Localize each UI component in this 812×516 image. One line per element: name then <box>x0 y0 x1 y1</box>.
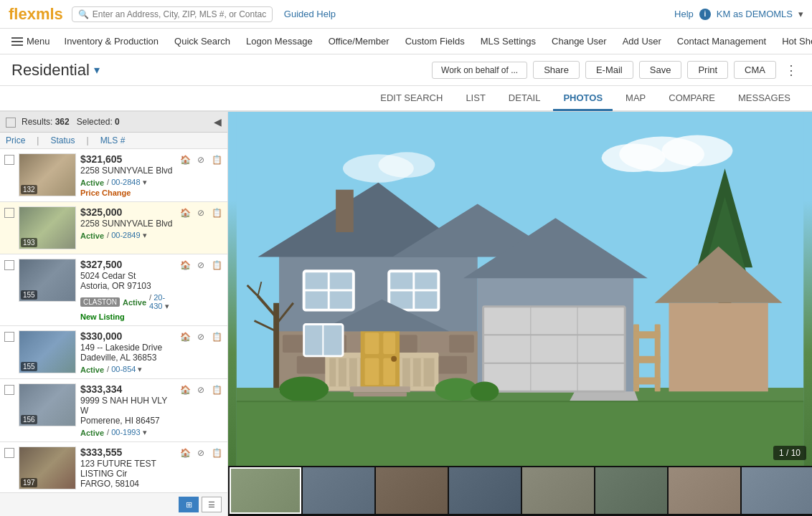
mls-link[interactable]: 20-430 <box>149 293 165 310</box>
listing-thumbnail: 156 <box>19 383 76 426</box>
save-button[interactable]: Save <box>639 61 682 79</box>
edit-icon[interactable]: 📋 <box>210 259 223 272</box>
thumbnail-1[interactable] <box>230 467 301 514</box>
thumbnail-6[interactable] <box>595 467 667 514</box>
nav-mls-settings[interactable]: MLS Settings <box>473 33 543 49</box>
tab-map[interactable]: MAP <box>615 87 656 111</box>
mls-number: / 00-854 ▾ <box>107 365 142 374</box>
nav-hot-sheet[interactable]: Hot Sheet <box>775 33 812 49</box>
header-more-button[interactable]: ⋮ <box>782 62 801 78</box>
sort-status[interactable]: Status <box>50 135 75 145</box>
collapse-arrow[interactable]: ◀ <box>214 116 222 128</box>
home-icon[interactable]: 🏠 <box>179 383 192 396</box>
svg-rect-26 <box>435 356 466 374</box>
listing-checkbox[interactable] <box>4 385 14 395</box>
tab-messages[interactable]: MESSAGES <box>728 87 801 111</box>
listing-price: $321,605 <box>80 153 174 165</box>
block-icon[interactable]: ⊘ <box>194 259 207 272</box>
share-button[interactable]: Share <box>533 61 580 79</box>
home-icon[interactable]: 🏠 <box>179 259 192 272</box>
nav-contact-mgmt[interactable]: Contact Management <box>670 33 773 49</box>
mls-link[interactable]: 00-2849 <box>111 231 140 239</box>
thumbnail-5[interactable] <box>522 467 594 514</box>
print-button[interactable]: Print <box>687 61 728 79</box>
mls-link[interactable]: 00-2848 <box>111 178 140 186</box>
home-icon[interactable]: 🏠 <box>179 330 192 343</box>
thumbnail-8[interactable] <box>742 467 812 514</box>
nav-add-user[interactable]: Add User <box>615 33 669 49</box>
nav-custom-fields[interactable]: Custom Fields <box>398 33 472 49</box>
help-link[interactable]: Help <box>674 9 694 19</box>
svg-point-71 <box>279 377 329 403</box>
edit-icon[interactable]: 📋 <box>210 206 223 219</box>
listing-price: $333,555 <box>80 446 174 458</box>
listing-status-row: CLASTON Active / 20-430 ▾ <box>80 293 174 311</box>
listing-icons: 🏠 ⊘ 📋 <box>179 446 223 459</box>
block-icon[interactable]: ⊘ <box>194 206 207 219</box>
sort-mls[interactable]: MLS # <box>100 135 126 145</box>
menu-button[interactable]: Menu <box>6 33 56 49</box>
block-icon[interactable]: ⊘ <box>194 330 207 343</box>
nav-logon-message[interactable]: Logon Message <box>239 33 320 49</box>
nav-quick-search[interactable]: Quick Search <box>167 33 237 49</box>
grid-view-button[interactable]: ⊞ <box>179 497 199 512</box>
thumbnail-2[interactable] <box>303 467 374 514</box>
page-title-chevron[interactable]: ▾ <box>94 63 100 77</box>
listing-checkbox[interactable] <box>4 332 14 342</box>
nav-inventory[interactable]: Inventory & Production <box>57 33 166 49</box>
icon-row: 🏠 ⊘ 📋 <box>179 330 223 343</box>
nav-change-user[interactable]: Change User <box>544 33 614 49</box>
svg-rect-39 <box>483 307 625 392</box>
svg-point-73 <box>471 381 499 401</box>
block-icon[interactable]: ⊘ <box>194 383 207 396</box>
mls-link[interactable]: 00-854 <box>111 365 136 373</box>
home-icon[interactable]: 🏠 <box>179 206 192 219</box>
listing-checkbox[interactable] <box>4 260 14 270</box>
listing-city: Dadeville, AL 36853 <box>80 353 174 363</box>
sort-price[interactable]: Price <box>6 135 25 145</box>
search-box[interactable]: 🔍 <box>72 6 273 22</box>
thumb-number: 155 <box>21 290 37 300</box>
edit-icon[interactable]: 📋 <box>210 383 223 396</box>
work-behalf-button[interactable]: Work on behalf of ... <box>432 62 527 79</box>
list-view-button[interactable]: ☰ <box>202 497 222 512</box>
tab-detail[interactable]: DETAIL <box>499 87 551 111</box>
icon-row: 🏠 ⊘ 📋 <box>179 383 223 396</box>
thumbnail-3[interactable] <box>376 467 448 514</box>
info-badge[interactable]: i <box>699 9 711 20</box>
thumbnail-4[interactable] <box>449 467 521 514</box>
select-all-checkbox[interactable] <box>6 118 16 128</box>
page-title: Residential ▾ <box>11 61 100 80</box>
edit-icon[interactable]: 📋 <box>210 153 223 166</box>
listing-item[interactable]: 193 $325,000 2258 SUNNYVALE Blvd Active … <box>0 202 227 254</box>
edit-icon[interactable]: 📋 <box>210 330 223 343</box>
block-icon[interactable]: ⊘ <box>194 153 207 166</box>
nav-office-member[interactable]: Office/Member <box>321 33 397 49</box>
home-icon[interactable]: 🏠 <box>179 153 192 166</box>
tab-photos[interactable]: PHOTOS <box>553 87 613 111</box>
tab-edit-search[interactable]: EDIT SEARCH <box>370 87 453 111</box>
user-label[interactable]: KM as DEMOMLS <box>717 9 793 19</box>
main-photo[interactable]: 1 / 10 <box>228 112 812 466</box>
thumbnail-7[interactable] <box>669 467 740 514</box>
search-input[interactable] <box>93 9 266 19</box>
listing-price: $325,000 <box>80 206 174 218</box>
email-button[interactable]: E-Mail <box>585 61 633 79</box>
tab-compare[interactable]: COMPARE <box>658 87 725 111</box>
mls-link[interactable]: 00-1993 <box>111 428 140 436</box>
listing-price: $333,334 <box>80 383 174 395</box>
listing-item[interactable]: 155 $327,500 5024 Cedar St Astoria, OR 9… <box>0 254 227 326</box>
home-icon[interactable]: 🏠 <box>179 446 192 459</box>
listing-item[interactable]: 197 $333,555 123 FUTURE TEST LISTING Cir… <box>0 442 227 492</box>
listing-item[interactable]: 156 $333,334 9999 S NAH HUH VLY W Pomere… <box>0 379 227 442</box>
listing-item[interactable]: 155 $330,000 149 -- Lakeside Drive Dadev… <box>0 326 227 379</box>
block-icon[interactable]: ⊘ <box>194 446 207 459</box>
guided-help-link[interactable]: Guided Help <box>284 9 336 19</box>
cma-button[interactable]: CMA <box>734 61 776 79</box>
listing-checkbox[interactable] <box>4 155 14 165</box>
listing-checkbox[interactable] <box>4 448 14 458</box>
tab-list[interactable]: LIST <box>455 87 495 111</box>
edit-icon[interactable]: 📋 <box>210 446 223 459</box>
listing-item[interactable]: 132 $321,605 2258 SUNNYVALE Blvd Active … <box>0 149 227 202</box>
listing-checkbox[interactable] <box>4 208 14 218</box>
